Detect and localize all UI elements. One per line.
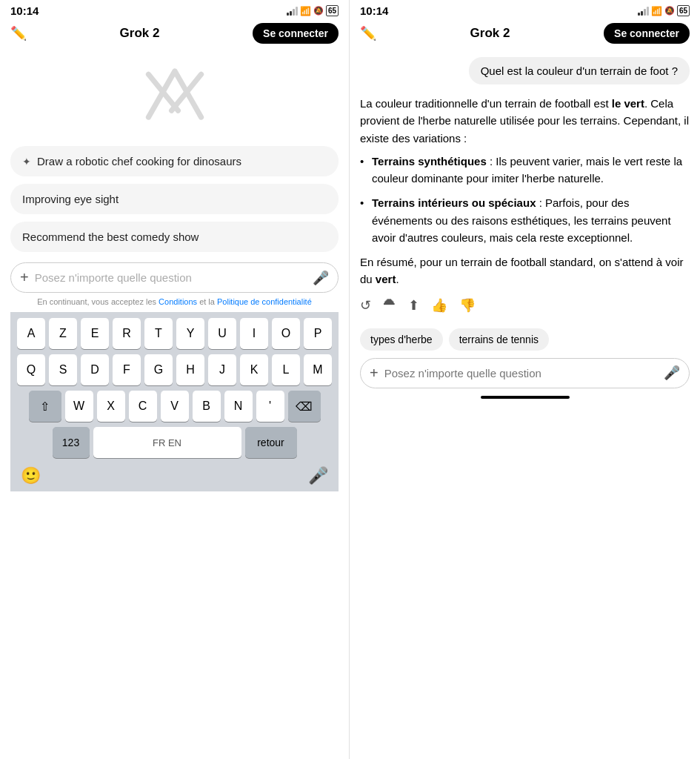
chip-2[interactable]: terrains de tennis — [449, 328, 549, 351]
xai-logo — [10, 50, 339, 146]
action-icons-row: ↺ ⯊ ⬆ 👍 👎 — [360, 297, 690, 314]
key-d[interactable]: D — [81, 354, 109, 385]
key-i[interactable]: I — [240, 318, 268, 349]
left-input-bar[interactable]: + 🎤 — [10, 262, 339, 293]
key-f[interactable]: F — [113, 354, 141, 385]
chat-answer: La couleur traditionnelle d'un terrain d… — [360, 95, 690, 288]
answer-conclusion: En résumé, pour un terrain de football s… — [360, 253, 690, 288]
key-s[interactable]: S — [49, 354, 77, 385]
key-apostrophe[interactable]: ' — [256, 391, 284, 422]
answer-bullets: Terrains synthétiques : Ils peuvent vari… — [360, 153, 690, 246]
key-l[interactable]: L — [272, 354, 300, 385]
right-time: 10:14 — [360, 4, 388, 17]
left-app-title: Grok 2 — [120, 26, 160, 41]
key-w[interactable]: W — [65, 391, 93, 422]
share-icon[interactable]: ⬆ — [408, 297, 419, 314]
right-edit-icon[interactable]: ✏️ — [360, 25, 376, 42]
left-connect-button[interactable]: Se connecter — [253, 23, 339, 44]
keyboard: A Z E R T Y U I O P Q S D F G H J K L — [10, 312, 339, 491]
key-o[interactable]: O — [272, 318, 300, 349]
right-app-title: Grok 2 — [470, 26, 510, 41]
key-t[interactable]: T — [144, 318, 173, 349]
key-b[interactable]: B — [193, 391, 221, 422]
left-nav-bar: ✏️ Grok 2 Se connecter — [0, 20, 349, 50]
right-status-bar: 10:14 📶 🔕 65 — [350, 0, 700, 20]
key-r[interactable]: R — [113, 318, 141, 349]
keyboard-row-1: A Z E R T Y U I O P — [13, 318, 336, 349]
keyboard-row-3: ⇧ W X C V B N ' ⌫ — [13, 391, 336, 422]
left-status-bar: 10:14 📶 🔕 65 — [0, 0, 349, 20]
bullet-1: Terrains synthétiques : Ils peuvent vari… — [360, 153, 690, 188]
thumbsup-icon[interactable]: 👍 — [431, 297, 447, 314]
spark-icon: ✦ — [22, 156, 31, 168]
plus-icon[interactable]: + — [20, 269, 29, 286]
return-key[interactable]: retour — [245, 427, 297, 458]
bullet-2: Terrains intérieurs ou spéciaux : Parfoi… — [360, 194, 690, 246]
right-microphone-icon[interactable]: 🎤 — [664, 365, 680, 381]
right-battery: 65 — [677, 5, 690, 16]
key-z[interactable]: Z — [49, 318, 77, 349]
home-indicator — [481, 396, 570, 399]
answer-intro: La couleur traditionnelle d'un terrain d… — [360, 95, 690, 147]
right-nav-bar: ✏️ Grok 2 Se connecter — [350, 20, 700, 50]
suggestion-card-2[interactable]: Improving eye sight — [10, 184, 339, 214]
key-c[interactable]: C — [129, 391, 157, 422]
keyboard-row-2: Q S D F G H J K L M — [13, 354, 336, 385]
right-chat-content: Quel est la couleur d'un terrain de foot… — [350, 50, 700, 759]
key-e[interactable]: E — [81, 318, 109, 349]
thumbsdown-icon[interactable]: 👎 — [459, 297, 476, 314]
key-a[interactable]: A — [17, 318, 45, 349]
key-u[interactable]: U — [208, 318, 236, 349]
right-connect-button[interactable]: Se connecter — [604, 23, 690, 44]
suggestion-cards: ✦ Draw a robotic chef cooking for dinosa… — [10, 146, 339, 252]
suggestion-card-1[interactable]: ✦ Draw a robotic chef cooking for dinosa… — [10, 146, 339, 176]
right-panel: 10:14 📶 🔕 65 ✏️ Grok 2 Se connecter Quel… — [350, 0, 700, 759]
left-time: 10:14 — [10, 4, 39, 17]
chip-1[interactable]: types d'herbe — [360, 328, 443, 351]
keyboard-emoji-row: 🙂 🎤 — [13, 463, 336, 491]
privacy-link[interactable]: Politique de confidentialité — [217, 297, 312, 306]
chat-question-bubble: Quel est la couleur d'un terrain de foot… — [469, 57, 690, 84]
key-x[interactable]: X — [97, 391, 125, 422]
key-p[interactable]: P — [304, 318, 332, 349]
copy-icon[interactable]: ⯊ — [383, 297, 396, 314]
suggestion-text-3: Recommend the best comedy show — [22, 231, 199, 243]
right-input-bar[interactable]: + 🎤 — [360, 358, 690, 388]
space-key[interactable]: FR EN — [93, 427, 241, 458]
left-status-icons: 📶 🔕 65 — [287, 5, 339, 16]
follow-up-chips: types d'herbe terrains de tennis — [360, 328, 690, 351]
right-signal-icon — [638, 7, 649, 16]
delete-key[interactable]: ⌫ — [288, 391, 321, 422]
num-key[interactable]: 123 — [53, 427, 90, 458]
key-y[interactable]: Y — [176, 318, 204, 349]
left-input-field[interactable] — [35, 271, 313, 284]
terms-link[interactable]: Conditions — [159, 297, 197, 306]
suggestion-text-1: Draw a robotic chef cooking for dinosaur… — [37, 155, 241, 168]
terms-text: En continuant, vous acceptez les Conditi… — [10, 297, 339, 306]
keyboard-mic-icon[interactable]: 🎤 — [308, 466, 328, 485]
key-k[interactable]: K — [240, 354, 268, 385]
right-plus-icon[interactable]: + — [370, 365, 379, 382]
refresh-icon[interactable]: ↺ — [360, 297, 371, 314]
key-n[interactable]: N — [224, 391, 253, 422]
edit-icon[interactable]: ✏️ — [10, 25, 27, 42]
left-main-content: ✦ Draw a robotic chef cooking for dinosa… — [0, 50, 349, 759]
right-input-field[interactable] — [384, 367, 664, 380]
signal-icon — [287, 7, 298, 16]
right-wifi-icon: 📶 — [651, 6, 662, 16]
suggestion-card-3[interactable]: Recommend the best comedy show — [10, 222, 339, 252]
key-h[interactable]: H — [176, 354, 204, 385]
key-j[interactable]: J — [208, 354, 236, 385]
shift-key[interactable]: ⇧ — [29, 391, 61, 422]
key-g[interactable]: G — [144, 354, 173, 385]
microphone-icon[interactable]: 🎤 — [313, 270, 329, 286]
left-battery: 65 — [326, 5, 339, 16]
key-v[interactable]: V — [161, 391, 189, 422]
emoji-icon[interactable]: 🙂 — [21, 466, 41, 485]
key-m[interactable]: M — [304, 354, 332, 385]
right-status-icons: 📶 🔕 65 — [638, 5, 690, 16]
wifi-icon: 📶 — [300, 6, 311, 16]
suggestion-text-2: Improving eye sight — [22, 193, 119, 205]
left-panel: 10:14 📶 🔕 65 ✏️ Grok 2 Se connecter ✦ — [0, 0, 350, 759]
key-q[interactable]: Q — [17, 354, 45, 385]
